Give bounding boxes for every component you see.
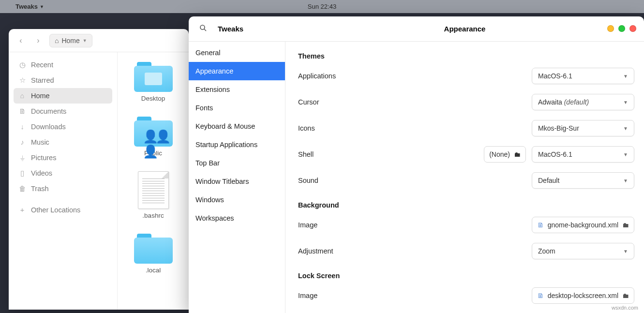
section-lockscreen: Lock Screen (298, 272, 634, 280)
forward-button[interactable]: › (32, 34, 45, 47)
minimize-button[interactable] (607, 25, 614, 32)
folder-icon (134, 234, 173, 264)
combo-applications[interactable]: MacOS-6.1▼ (532, 68, 634, 84)
sidebar-item-label: Music (31, 138, 49, 146)
sidebar-item-starred[interactable]: ☆Starred (14, 73, 112, 88)
label-icons: Icons (298, 124, 315, 132)
row-icons: Icons Mkos-Big-Sur▼ (298, 115, 634, 141)
sidebar-item-music[interactable]: ♪Music (14, 134, 112, 150)
item-label: .bashrc (142, 212, 164, 219)
filechooser-value: desktop-lockscreen.xml (548, 292, 618, 299)
shell-file-button[interactable]: (None) 🖿 (484, 146, 526, 163)
sidebar-item-label: Home (31, 92, 50, 100)
sidebar-item-videos[interactable]: ▯Videos (14, 165, 112, 181)
tweaks-sidebar: General Appearance Extensions Fonts Keyb… (189, 42, 285, 313)
label-bg-image: Image (298, 221, 317, 229)
nav-top-bar[interactable]: Top Bar (189, 154, 285, 172)
tweaks-content: Themes Applications MacOS-6.1▼ Cursor Ad… (285, 42, 644, 313)
label-cursor: Cursor (298, 98, 319, 106)
nav-workspaces[interactable]: Workspaces (189, 209, 285, 227)
text-file-icon (138, 171, 169, 209)
sidebar-item-downloads[interactable]: ↓Downloads (14, 119, 112, 134)
combo-shell[interactable]: MacOS-6.1▼ (532, 146, 634, 163)
nav-general[interactable]: General (189, 44, 285, 62)
sidebar-item-documents[interactable]: 🗎Documents (14, 104, 112, 119)
watermark: wsxdn.com (610, 304, 640, 311)
path-button[interactable]: ⌂ Home ▼ (49, 34, 92, 47)
sidebar-item-other-locations[interactable]: +Other Locations (14, 202, 112, 218)
close-button[interactable] (629, 25, 636, 32)
filechooser-ls-image[interactable]: 🗎 desktop-lockscreen.xml 🖿 (532, 287, 634, 304)
combo-bg-adjust[interactable]: Zoom▼ (532, 243, 634, 259)
home-icon: ⌂ (18, 92, 26, 100)
download-icon: ↓ (18, 123, 26, 131)
nav-fonts[interactable]: Fonts (189, 99, 285, 117)
document-icon: 🗎 (537, 292, 544, 299)
maximize-button[interactable] (618, 25, 625, 32)
folder-desktop[interactable]: Desktop (134, 62, 173, 102)
combo-cursor[interactable]: Adwaita (default)▼ (532, 94, 634, 110)
folder-local[interactable]: .local (134, 234, 173, 274)
folder-icon: 🖿 (622, 221, 629, 229)
sidebar-item-label: Downloads (31, 123, 66, 131)
combo-value: Zoom (538, 247, 555, 255)
files-window: ‹ › ⌂ Home ▼ ◷Recent ☆Starred ⌂Home 🗎Doc… (9, 29, 189, 310)
label-shell: Shell (298, 150, 314, 158)
combo-icons[interactable]: Mkos-Big-Sur▼ (532, 120, 634, 136)
chevron-down-icon: ▼ (623, 74, 628, 79)
search-button[interactable] (199, 24, 207, 33)
sidebar-item-trash[interactable]: 🗑Trash (14, 181, 112, 196)
sidebar-item-label: Trash (31, 185, 49, 193)
chevron-down-icon: ▼ (623, 100, 628, 105)
nav-keyboard-mouse[interactable]: Keyboard & Mouse (189, 117, 285, 135)
file-bashrc[interactable]: .bashrc (138, 171, 169, 219)
combo-sound[interactable]: Default▼ (532, 172, 634, 189)
nav-extensions[interactable]: Extensions (189, 80, 285, 99)
row-bg-image: Image 🗎 gnome-background.xml 🖿 (298, 212, 634, 238)
sidebar-item-pictures[interactable]: ⏚Pictures (14, 150, 112, 165)
chevron-down-icon: ▼ (623, 178, 628, 183)
document-icon: 🗎 (537, 221, 544, 229)
sidebar-item-label: Starred (31, 76, 54, 84)
folder-icon: 🖿 (514, 150, 521, 158)
sidebar-title: Tweaks (218, 25, 243, 33)
nav-windows[interactable]: Windows (189, 191, 285, 209)
tweaks-header: Tweaks Appearance (189, 16, 644, 42)
home-icon: ⌂ (55, 37, 59, 45)
sidebar-item-recent[interactable]: ◷Recent (14, 57, 112, 73)
files-sidebar: ◷Recent ☆Starred ⌂Home 🗎Documents ↓Downl… (9, 52, 118, 310)
folder-public[interactable]: 👤👤👤 Public (134, 117, 173, 157)
combo-value: Mkos-Big-Sur (538, 124, 579, 132)
top-menubar: Tweaks ▼ Sun 22:43 (0, 0, 644, 13)
folder-icon: 👤👤👤 (134, 117, 173, 147)
document-icon: 🗎 (18, 107, 26, 115)
label-ls-image: Image (298, 292, 317, 299)
clock-icon: ◷ (18, 61, 26, 69)
star-icon: ☆ (18, 76, 26, 84)
nav-window-titlebars[interactable]: Window Titlebars (189, 172, 285, 191)
item-label: Desktop (141, 95, 165, 102)
chevron-down-icon: ▼ (623, 152, 628, 157)
nav-appearance[interactable]: Appearance (189, 62, 285, 80)
section-themes: Themes (298, 52, 634, 60)
chevron-down-icon: ▼ (623, 249, 628, 254)
row-ls-adjust: Adjustment Zoom▼ (298, 309, 634, 313)
back-button[interactable]: ‹ (15, 34, 27, 47)
row-sound: Sound Default▼ (298, 167, 634, 194)
sidebar-item-label: Pictures (31, 154, 56, 162)
row-bg-adjust: Adjustment Zoom▼ (298, 238, 634, 264)
app-menu[interactable]: Tweaks ▼ (15, 3, 44, 10)
nav-startup-apps[interactable]: Startup Applications (189, 135, 285, 154)
filechooser-bg-image[interactable]: 🗎 gnome-background.xml 🖿 (532, 217, 634, 233)
path-label: Home (61, 37, 79, 45)
row-shell: Shell (None) 🖿 MacOS-6.1▼ (298, 141, 634, 167)
item-label: .local (146, 267, 161, 274)
combo-value: MacOS-6.1 (538, 72, 572, 80)
plus-icon: + (18, 206, 26, 214)
clock[interactable]: Sun 22:43 (308, 3, 336, 10)
chevron-down-icon: ▼ (83, 38, 87, 43)
files-toolbar: ‹ › ⌂ Home ▼ (9, 29, 189, 52)
sidebar-item-home[interactable]: ⌂Home (14, 88, 112, 104)
trash-icon: 🗑 (18, 185, 26, 193)
folder-icon: 🖿 (622, 292, 629, 299)
